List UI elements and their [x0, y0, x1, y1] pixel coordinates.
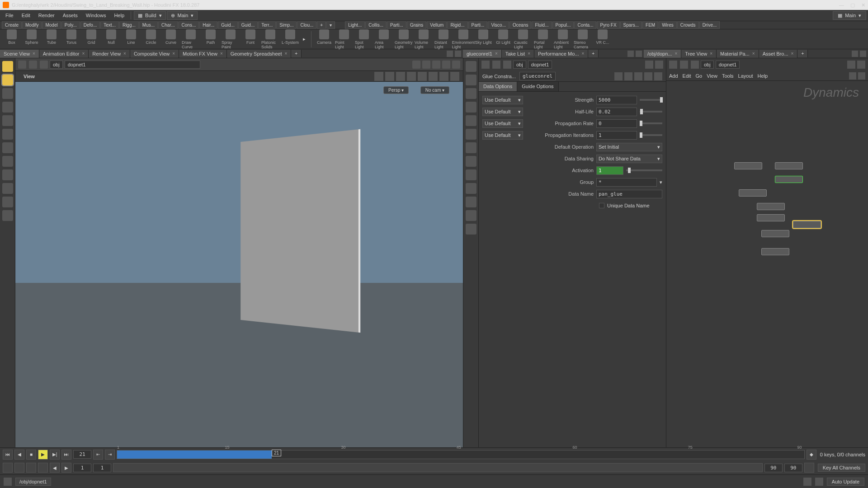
shelf-tool-vr-c...[interactable]: VR C...	[594, 29, 612, 49]
net-menu-go[interactable]: Go	[696, 73, 703, 79]
display-icon[interactable]	[466, 156, 476, 167]
cursor-icon[interactable]	[374, 72, 383, 81]
net-menu-tools[interactable]: Tools	[722, 73, 734, 79]
next-key-button[interactable]: ⇥	[105, 450, 115, 460]
network-node[interactable]	[734, 162, 762, 169]
shelf-tab[interactable]: Crowds	[677, 21, 699, 29]
minimize-icon[interactable]: —	[839, 2, 844, 8]
light-icon[interactable]	[466, 129, 476, 140]
shelf-tool-sky-light[interactable]: Sky Light	[474, 29, 492, 49]
tool-icon[interactable]	[429, 72, 438, 81]
propiter-slider[interactable]	[640, 134, 662, 136]
viewport-canvas[interactable]: Persp ▾ No cam ▾	[15, 82, 463, 447]
close-tab-icon[interactable]: ×	[123, 51, 126, 56]
pane-tab[interactable]: Scene View×	[0, 50, 39, 58]
menu-help[interactable]: Help	[110, 11, 128, 19]
lock-icon[interactable]	[2, 102, 13, 113]
shelf-tab[interactable]: Model	[42, 21, 61, 29]
pin-icon[interactable]	[412, 61, 420, 69]
shelf-tab[interactable]: Hair...	[199, 21, 217, 29]
pane-opt-icon[interactable]	[627, 51, 634, 57]
pane-opt-icon[interactable]	[860, 51, 866, 57]
shelf-tab[interactable]: Visco...	[488, 21, 509, 29]
close-tab-icon[interactable]: ×	[284, 51, 287, 56]
pane-tab[interactable]: Material Pa...×	[717, 50, 759, 58]
last-frame-button[interactable]: ⏭	[61, 450, 71, 460]
gear-icon[interactable]	[614, 72, 623, 80]
current-frame-field[interactable]: 21	[73, 450, 91, 459]
activation-slider[interactable]	[626, 169, 662, 171]
link-icon[interactable]	[857, 61, 865, 69]
camera-none-badge[interactable]: No cam ▾	[420, 86, 449, 94]
close-tab-icon[interactable]: ×	[220, 51, 223, 56]
path-context[interactable]: obj	[50, 61, 63, 69]
network-node[interactable]	[757, 203, 785, 210]
shelf-tool-portal-light[interactable]: Portal Light	[534, 29, 552, 49]
snap-icon[interactable]	[2, 169, 13, 180]
network-node[interactable]	[739, 189, 767, 197]
path-context[interactable]: obj	[701, 61, 714, 69]
close-tab-icon[interactable]: ×	[675, 51, 677, 56]
pane-tab[interactable]: Performance Mo...×	[534, 50, 588, 58]
shelf-tab[interactable]: FEM	[642, 21, 658, 29]
shelf-tool-font[interactable]: Font	[241, 29, 259, 49]
close-tab-icon[interactable]: ×	[172, 51, 175, 56]
node-name-field[interactable]: glueconrel	[519, 72, 556, 80]
shelf-tab[interactable]: Popul...	[552, 21, 574, 29]
snap-icon[interactable]	[2, 183, 13, 194]
tool-icon[interactable]	[396, 72, 405, 81]
shelf-tool-torus[interactable]: Torus	[62, 29, 80, 49]
shelf-tab[interactable]: Terr...	[258, 21, 276, 29]
tool-icon[interactable]	[2, 129, 13, 140]
default-operation-dropdown[interactable]: Set Initial▾	[596, 143, 662, 151]
network-node-selected[interactable]	[793, 221, 821, 228]
pane-tab[interactable]: Motion FX View×	[179, 50, 227, 58]
shelf-tool-grid[interactable]: Grid	[82, 29, 100, 49]
view-icon[interactable]	[432, 61, 440, 69]
home-icon[interactable]	[503, 61, 511, 69]
home-icon[interactable]	[40, 61, 48, 69]
next-range-button[interactable]: ▶	[61, 463, 71, 473]
net-menu-add[interactable]: Add	[669, 73, 678, 79]
first-frame-button[interactable]: ⏮	[3, 450, 13, 460]
unique-dataname-checkbox[interactable]	[599, 203, 604, 208]
shelf-tool-draw-curve[interactable]: Draw Curve	[182, 29, 200, 49]
playhead[interactable]: 21	[272, 450, 281, 456]
net-menu-view[interactable]: View	[707, 73, 717, 79]
maximize-icon[interactable]: ▢	[850, 2, 855, 8]
close-tab-icon[interactable]: ×	[528, 51, 530, 56]
forward-icon[interactable]	[680, 61, 688, 69]
use-default-toggle[interactable]: Use Default▾	[482, 108, 523, 116]
use-default-toggle[interactable]: Use Default▾	[482, 131, 523, 140]
chevron-right-icon[interactable]: ▸	[301, 36, 307, 42]
shelf-tab[interactable]: Defo...	[80, 21, 100, 29]
shelf-tab[interactable]: Mus...	[139, 21, 158, 29]
net-menu-help[interactable]: Help	[758, 73, 768, 79]
shelf-tab[interactable]: Guid...	[218, 21, 237, 29]
proprate-slider[interactable]	[640, 122, 662, 124]
prev-range-button[interactable]: ◀	[50, 463, 60, 473]
shelf-menu-icon[interactable]: ▾	[326, 21, 335, 29]
pane-opt-icon[interactable]	[455, 51, 461, 57]
cloud-icon[interactable]	[4, 478, 12, 486]
lock-icon[interactable]	[466, 88, 476, 99]
close-tab-icon[interactable]: ×	[581, 51, 584, 56]
shelf-tab[interactable]: Cons...	[179, 21, 199, 29]
network-canvas[interactable]: Dynamics	[666, 81, 868, 447]
activation-field[interactable]: 1	[596, 166, 623, 175]
range-end-field[interactable]: 90	[784, 464, 802, 472]
refresh-icon[interactable]	[815, 478, 823, 486]
camera-persp-badge[interactable]: Persp ▾	[383, 86, 409, 94]
view-icon[interactable]	[452, 61, 460, 69]
shelf-tab[interactable]: Spars...	[620, 21, 642, 29]
shelf-tool-path[interactable]: Path	[202, 29, 220, 49]
use-default-toggle[interactable]: Use Default▾	[482, 96, 523, 104]
pin-icon[interactable]	[847, 61, 855, 69]
shelf-tab[interactable]: Conta...	[574, 21, 596, 29]
help-icon[interactable]	[654, 72, 662, 80]
network-node[interactable]	[761, 248, 789, 255]
info-icon[interactable]	[644, 72, 652, 80]
shelf-tool-tube[interactable]: Tube	[42, 29, 61, 49]
add-tab-icon[interactable]: +	[291, 50, 302, 57]
snap-icon[interactable]	[2, 197, 13, 207]
